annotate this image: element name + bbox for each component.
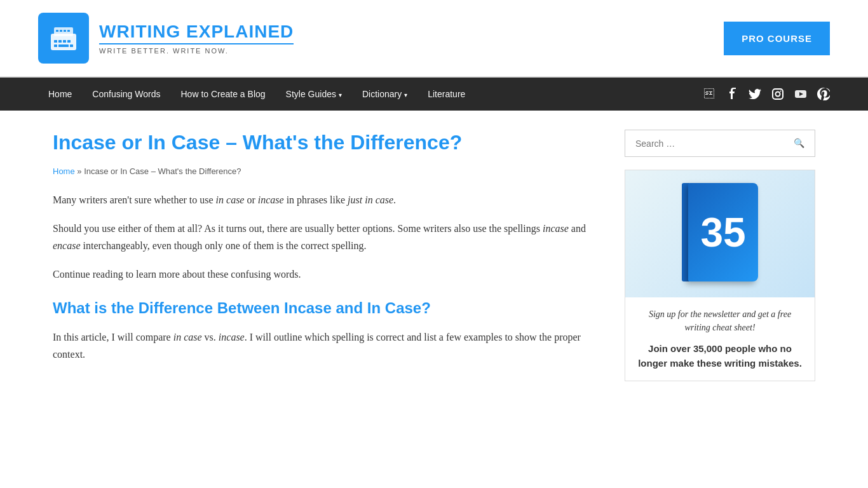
nav-link-home[interactable]: Home	[38, 78, 82, 111]
svg-rect-5	[67, 30, 70, 32]
svg-rect-3	[60, 30, 62, 32]
svg-rect-4	[64, 30, 66, 32]
main-wrapper: Incase or In Case – What's the Differenc…	[15, 111, 853, 400]
article-para-1: Many writers aren't sure whether to use …	[53, 191, 599, 208]
sidebar: 🔍 35 Sign up for the newsletter and get …	[625, 130, 815, 381]
nav-links: Home Confusing Words How to Create a Blo…	[38, 78, 475, 111]
nav-item-dictionary[interactable]: Dictionary▾	[352, 78, 417, 111]
chevron-down-icon: ▾	[339, 92, 342, 98]
svg-point-14	[776, 92, 780, 97]
article-para-3: Continue reading to learn more about the…	[53, 266, 599, 283]
logo-area: WRITING EXPLAINED WRITE BETTER. WRITE NO…	[38, 13, 294, 64]
newsletter-tagline: Sign up for the newsletter and get a fre…	[635, 308, 804, 334]
twitter-icon[interactable]	[749, 88, 761, 100]
svg-rect-10	[54, 44, 57, 47]
nav-social: 	[703, 88, 830, 100]
breadcrumb-home[interactable]: Home	[53, 166, 75, 176]
logo-text-area: WRITING EXPLAINED WRITE BETTER. WRITE NO…	[99, 22, 294, 55]
book-visual: 35	[682, 183, 758, 285]
newsletter-box: 35 Sign up for the newsletter and get a …	[625, 170, 815, 381]
svg-rect-13	[773, 89, 783, 99]
chevron-down-icon: ▾	[404, 92, 407, 98]
typewriter-icon	[48, 22, 79, 54]
svg-rect-6	[54, 40, 57, 43]
nav-link-confusing-words[interactable]: Confusing Words	[82, 78, 170, 111]
book-cover: 35	[688, 183, 758, 281]
facebook-icon[interactable]	[726, 88, 738, 100]
nav-item-blog[interactable]: How to Create a Blog	[171, 78, 276, 111]
breadcrumb-separator: »	[75, 166, 84, 176]
youtube-icon[interactable]	[794, 88, 807, 100]
newsletter-cta: Join over 35,000 people who no longer ma…	[635, 342, 804, 370]
logo-icon	[38, 13, 89, 64]
svg-rect-12	[70, 44, 73, 47]
breadcrumb: Home » Incase or In Case – What's the Di…	[53, 166, 599, 176]
site-title[interactable]: WRITING EXPLAINED	[99, 22, 294, 44]
book-number: 35	[700, 212, 745, 253]
svg-rect-2	[56, 30, 58, 32]
pro-course-button[interactable]: PRO COURSE	[724, 22, 830, 55]
svg-point-15	[780, 91, 782, 92]
article-para-4: In this article, I will compare in case …	[53, 329, 599, 363]
svg-rect-9	[67, 40, 71, 43]
article-area: Incase or In Case – What's the Differenc…	[53, 130, 599, 381]
navbar: Home Confusing Words How to Create a Blo…	[0, 78, 868, 111]
breadcrumb-current: Incase or In Case – What's the Differenc…	[84, 166, 241, 176]
article-para-2: Should you use either of them at all? As…	[53, 220, 599, 254]
svg-rect-11	[58, 44, 69, 47]
svg-rect-8	[63, 40, 66, 43]
pinterest-icon[interactable]	[817, 88, 830, 100]
site-tagline: WRITE BETTER. WRITE NOW.	[99, 47, 294, 55]
search-icon: 🔍	[794, 138, 804, 149]
instagram-icon[interactable]	[771, 88, 784, 100]
nav-item-literature[interactable]: Literature	[417, 78, 475, 111]
site-header: WRITING EXPLAINED WRITE BETTER. WRITE NO…	[0, 0, 868, 78]
search-box: 🔍	[625, 130, 815, 157]
newsletter-text: Sign up for the newsletter and get a fre…	[625, 297, 815, 381]
nav-link-literature[interactable]: Literature	[417, 78, 475, 111]
section-title: What is the Difference Between Incase an…	[53, 298, 599, 318]
facebook-icon[interactable]: 	[703, 88, 715, 100]
nav-link-style-guides[interactable]: Style Guides▾	[276, 78, 352, 111]
article-title: Incase or In Case – What's the Differenc…	[53, 130, 599, 156]
newsletter-book-image: 35	[625, 170, 815, 297]
nav-item-confusing-words[interactable]: Confusing Words	[82, 78, 170, 111]
nav-link-dictionary[interactable]: Dictionary▾	[352, 78, 417, 111]
nav-item-home[interactable]: Home	[38, 78, 82, 111]
svg-rect-7	[58, 40, 62, 43]
nav-item-style-guides[interactable]: Style Guides▾	[276, 78, 352, 111]
nav-link-blog[interactable]: How to Create a Blog	[171, 78, 276, 111]
search-input[interactable]	[635, 139, 794, 149]
